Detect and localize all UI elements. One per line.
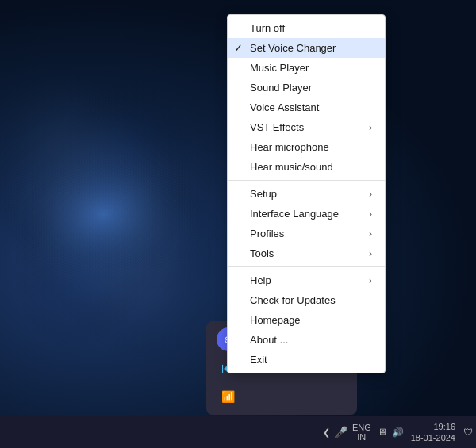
- menu-item-homepage[interactable]: Homepage: [228, 310, 385, 330]
- menu-item-check-for-updates[interactable]: Check for Updates: [228, 290, 385, 310]
- menu-label-help: Help: [250, 274, 271, 286]
- menu-item-setup[interactable]: Setup›: [228, 184, 385, 204]
- menu-item-sound-player[interactable]: Sound Player: [228, 78, 385, 98]
- menu-arrow-profiles: ›: [369, 228, 372, 239]
- menu-item-help[interactable]: Help›: [228, 270, 385, 290]
- taskbar: ❮ 🎤 ENG IN 🖥 🔊 19:16 18-01-2024 🛡: [0, 416, 476, 448]
- menu-label-about: About ...: [250, 334, 288, 346]
- taskbar-language: ENG IN: [349, 423, 374, 442]
- tray-wifi-icon[interactable]: 📶: [217, 385, 240, 408]
- menu-separator: [228, 180, 385, 181]
- menu-label-vst-effects: VST Effects: [250, 121, 304, 133]
- menu-label-homepage: Homepage: [250, 314, 301, 326]
- menu-item-profiles[interactable]: Profiles›: [228, 224, 385, 243]
- menu-arrow-setup: ›: [369, 189, 372, 200]
- taskbar-lang-top: ENG: [352, 423, 371, 432]
- menu-label-sound-player: Sound Player: [250, 82, 312, 94]
- menu-arrow-interface-language: ›: [369, 209, 372, 220]
- menu-label-interface-language: Interface Language: [250, 208, 339, 220]
- menu-arrow-tools: ›: [369, 248, 372, 259]
- menu-label-check-for-updates: Check for Updates: [250, 294, 336, 306]
- taskbar-mic-icon[interactable]: 🎤: [333, 424, 349, 440]
- taskbar-speaker-icon[interactable]: 🔊: [390, 424, 406, 440]
- menu-label-set-voice-changer: Set Voice Changer: [250, 42, 336, 54]
- menu-separator: [228, 266, 385, 267]
- menu-label-hear-music-sound: Hear music/sound: [250, 161, 333, 173]
- menu-label-hear-microphone: Hear microphone: [250, 141, 329, 153]
- menu-label-turn-off: Turn off: [250, 22, 285, 34]
- menu-item-turn-off[interactable]: Turn off: [228, 18, 385, 38]
- menu-item-hear-microphone[interactable]: Hear microphone: [228, 137, 385, 157]
- menu-label-tools: Tools: [250, 247, 274, 259]
- taskbar-datetime[interactable]: 19:16 18-01-2024: [406, 421, 460, 444]
- menu-label-profiles: Profiles: [250, 228, 284, 239]
- menu-item-music-player[interactable]: Music Player: [228, 58, 385, 78]
- menu-label-music-player: Music Player: [250, 62, 309, 74]
- menu-item-interface-language[interactable]: Interface Language›: [228, 204, 385, 224]
- menu-arrow-help: ›: [369, 275, 372, 286]
- menu-item-tools[interactable]: Tools›: [228, 243, 385, 263]
- menu-item-set-voice-changer[interactable]: ✓Set Voice Changer: [228, 38, 385, 58]
- menu-item-hear-music-sound[interactable]: Hear music/sound: [228, 157, 385, 177]
- taskbar-date-display: 18-01-2024: [411, 432, 455, 443]
- context-menu: Turn off✓Set Voice ChangerMusic PlayerSo…: [227, 14, 386, 373]
- menu-item-vst-effects[interactable]: VST Effects›: [228, 117, 385, 137]
- taskbar-lang-bottom: IN: [357, 432, 366, 442]
- taskbar-network-icon[interactable]: 🖥: [374, 424, 390, 440]
- menu-arrow-vst-effects: ›: [369, 122, 372, 133]
- menu-label-voice-assistant: Voice Assistant: [250, 101, 319, 113]
- menu-item-voice-assistant[interactable]: Voice Assistant: [228, 98, 385, 117]
- menu-item-about[interactable]: About ...: [228, 330, 385, 350]
- menu-label-setup: Setup: [250, 188, 277, 200]
- menu-label-exit: Exit: [250, 354, 267, 366]
- taskbar-time-display: 19:16: [433, 421, 455, 432]
- menu-item-exit[interactable]: Exit: [228, 350, 385, 370]
- taskbar-shield-icon[interactable]: 🛡: [460, 424, 476, 440]
- taskbar-chevron[interactable]: ❮: [320, 427, 333, 438]
